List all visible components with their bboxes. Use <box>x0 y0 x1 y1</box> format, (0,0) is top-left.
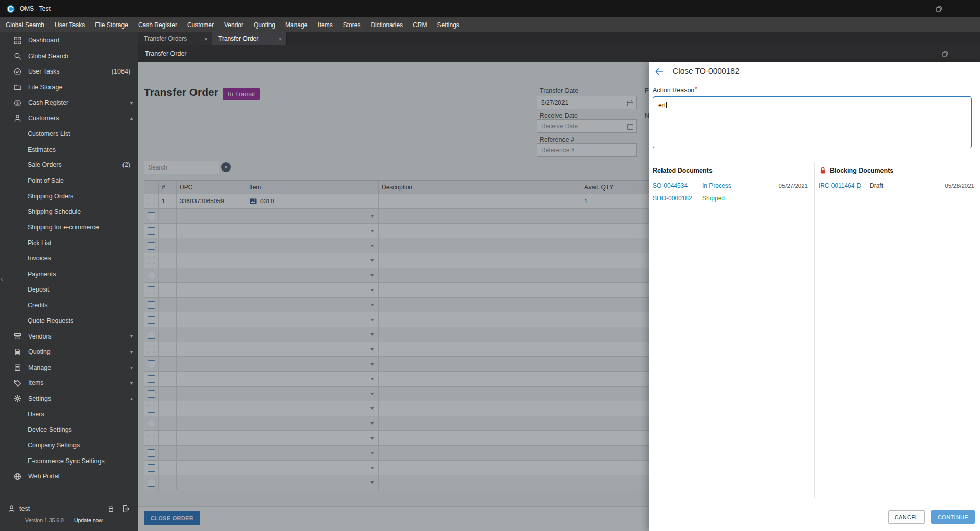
sidebar-item-web-portal[interactable]: Web Portal <box>0 469 138 485</box>
row-checkbox[interactable] <box>148 375 155 383</box>
sidebar-subitem-quote-requests[interactable]: Quote Requests <box>0 313 138 329</box>
row-checkbox[interactable] <box>148 301 155 309</box>
calendar-icon[interactable] <box>626 99 634 107</box>
sidebar-subitem-shipping-schedule[interactable]: Shipping Schedule <box>0 204 138 220</box>
document-link[interactable]: SHO-0000182 <box>653 195 702 202</box>
item-dropdown-caret[interactable] <box>370 378 374 380</box>
item-dropdown-caret[interactable] <box>370 407 374 410</box>
restore-icon[interactable] <box>925 0 952 17</box>
sidebar-subitem-pick-list[interactable]: Pick List <box>0 235 138 251</box>
sidebar-item-customers[interactable]: Customers▴ <box>0 111 138 127</box>
menu-item-items[interactable]: Items <box>312 17 337 32</box>
sidebar-subitem-point-of-sale[interactable]: Point of Sale <box>0 173 138 189</box>
item-dropdown-caret[interactable] <box>370 319 374 321</box>
row-checkbox[interactable] <box>148 464 155 472</box>
row-checkbox[interactable] <box>148 479 155 487</box>
item-dropdown-caret[interactable] <box>370 467 374 469</box>
sidebar-subitem-estimates[interactable]: Estimates <box>0 142 138 158</box>
menu-item-user-tasks[interactable]: User Tasks <box>50 17 90 32</box>
sidebar-subitem-invoices[interactable]: Invoices <box>0 251 138 267</box>
column-header-upc[interactable]: UPC <box>177 181 246 194</box>
item-dropdown-caret[interactable] <box>370 245 374 247</box>
menu-item-file-storage[interactable]: File Storage <box>90 17 133 32</box>
transfer-date-input[interactable] <box>537 96 637 109</box>
cancel-button[interactable]: CANCEL <box>888 510 925 524</box>
tab-close-icon[interactable]: × <box>278 35 282 43</box>
menu-item-customer[interactable]: Customer <box>182 17 219 32</box>
menu-item-vendor[interactable]: Vendor <box>219 17 249 32</box>
item-dropdown-caret[interactable] <box>370 452 374 454</box>
item-dropdown-caret[interactable] <box>370 304 374 306</box>
item-dropdown-caret[interactable] <box>370 289 374 292</box>
reference-input[interactable] <box>537 143 637 157</box>
menu-item-stores[interactable]: Stores <box>338 17 366 32</box>
sidebar-subitem-deposit[interactable]: Deposit <box>0 282 138 298</box>
sidebar-subitem-shipping-orders[interactable]: Shipping Orders <box>0 188 138 204</box>
update-now-link[interactable]: Update now <box>74 517 103 523</box>
row-checkbox[interactable] <box>148 272 155 279</box>
sidebar-item-settings[interactable]: Settings▴ <box>0 391 138 407</box>
sidebar-item-file-storage[interactable]: File Storage <box>0 80 138 95</box>
sidebar-item-quoting[interactable]: Quoting▾ <box>0 344 138 360</box>
row-checkbox[interactable] <box>148 227 155 235</box>
item-dropdown-caret[interactable] <box>370 259 374 262</box>
sidebar-subitem-sale-orders[interactable]: Sale Orders(2) <box>0 157 138 173</box>
row-checkbox[interactable] <box>148 346 155 353</box>
column-header-item[interactable]: Item <box>246 181 379 194</box>
lock-icon[interactable] <box>107 504 115 513</box>
row-checkbox[interactable] <box>148 435 155 442</box>
back-arrow-icon[interactable] <box>655 67 663 76</box>
sidebar-subitem-customers-list[interactable]: Customers List <box>0 126 138 142</box>
menu-item-manage[interactable]: Manage <box>280 17 312 32</box>
logout-icon[interactable] <box>121 504 130 513</box>
item-dropdown-caret[interactable] <box>370 333 374 336</box>
sidebar-subitem-e-commerce-sync-settings[interactable]: E-commerce Sync Settings <box>0 453 138 469</box>
column-header-description[interactable]: Description <box>379 181 581 194</box>
item-dropdown-caret[interactable] <box>370 348 374 351</box>
menu-item-cash-register[interactable]: Cash Register <box>133 17 182 32</box>
tab-transfer-orders[interactable]: Transfer Orders × <box>138 32 212 45</box>
sidebar-item-items[interactable]: Items▾ <box>0 375 138 391</box>
sidebar-item-global-search[interactable]: Global Search <box>0 49 138 64</box>
sidebar-subitem-payments[interactable]: Payments <box>0 267 138 282</box>
minimize-icon[interactable] <box>897 0 925 17</box>
column-header-[interactable]: # <box>159 181 177 194</box>
row-checkbox[interactable] <box>148 449 155 457</box>
sidebar-subitem-users[interactable]: Users <box>0 406 138 422</box>
row-checkbox[interactable] <box>148 198 155 205</box>
item-dropdown-caret[interactable] <box>370 481 374 484</box>
restore-icon[interactable] <box>933 45 957 62</box>
item-dropdown-caret[interactable] <box>370 230 374 232</box>
row-checkbox[interactable] <box>148 331 155 339</box>
item-dropdown-caret[interactable] <box>370 215 374 218</box>
sidebar-item-user-tasks[interactable]: User Tasks(1064) <box>0 64 138 80</box>
sidebar-item-manage[interactable]: Manage▾ <box>0 360 138 376</box>
tab-close-icon[interactable]: × <box>204 35 208 43</box>
row-checkbox[interactable] <box>148 242 155 250</box>
menu-item-settings[interactable]: Settings <box>432 17 464 32</box>
row-checkbox[interactable] <box>148 257 155 264</box>
continue-button[interactable]: CONTINUE <box>931 510 975 524</box>
minimize-icon[interactable] <box>910 45 933 62</box>
row-checkbox[interactable] <box>148 286 155 294</box>
row-checkbox[interactable] <box>148 360 155 368</box>
sidebar-collapse-handle[interactable]: ‹ <box>1 275 3 283</box>
sidebar-item-dashboard[interactable]: Dashboard <box>0 33 138 49</box>
clear-search-icon[interactable]: × <box>221 162 231 172</box>
row-checkbox[interactable] <box>148 316 155 324</box>
sidebar-subitem-shipping-for-e-commerce[interactable]: Shipping for e-commerce <box>0 220 138 235</box>
menu-item-crm[interactable]: CRM <box>408 17 432 32</box>
close-icon[interactable] <box>952 0 980 17</box>
item-dropdown-caret[interactable] <box>370 422 374 425</box>
item-dropdown-caret[interactable] <box>370 274 374 277</box>
sidebar-item-cash-register[interactable]: $Cash Register▾ <box>0 95 138 111</box>
row-checkbox[interactable] <box>148 420 155 427</box>
row-checkbox[interactable] <box>148 390 155 398</box>
action-reason-textarea[interactable]: ert <box>653 96 972 148</box>
menu-item-global-search[interactable]: Global Search <box>1 17 50 32</box>
tab-transfer-order[interactable]: Transfer Order × <box>212 32 287 45</box>
sidebar-subitem-credits[interactable]: Credits <box>0 298 138 313</box>
sidebar-item-vendors[interactable]: Vendors▾ <box>0 329 138 345</box>
item-dropdown-caret[interactable] <box>370 393 374 395</box>
row-checkbox[interactable] <box>148 212 155 220</box>
